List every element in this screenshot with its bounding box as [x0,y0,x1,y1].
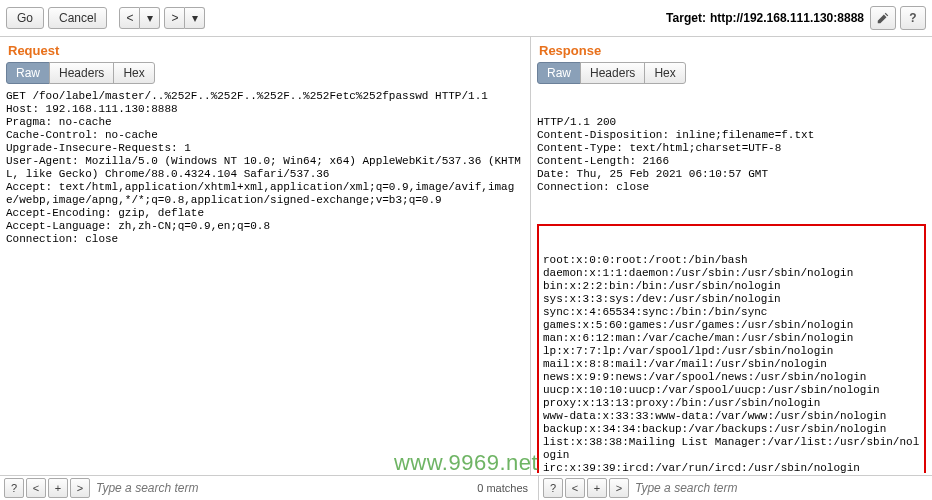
request-raw-content[interactable]: GET /foo/label/master/..%252F..%252F..%2… [6,90,524,473]
response-search-help[interactable]: ? [543,478,563,498]
response-search-add[interactable]: + [587,478,607,498]
response-headers-text: HTTP/1.1 200 Content-Disposition: inline… [537,116,926,194]
request-panel: Request Raw Headers Hex GET /foo/label/m… [0,37,531,475]
request-raw-pane: GET /foo/label/master/..%252F..%252F..%2… [0,88,530,475]
response-search-prev[interactable]: < [565,478,585,498]
response-raw-content[interactable]: HTTP/1.1 200 Content-Disposition: inline… [537,90,926,473]
target-value: http://192.168.111.130:8888 [710,11,864,25]
next-group: > ▾ [164,7,205,29]
request-tabs: Raw Headers Hex [0,62,530,84]
response-search-bar: ? < + > [539,476,932,500]
response-search-next[interactable]: > [609,478,629,498]
response-panel: Response Raw Headers Hex HTTP/1.1 200 Co… [531,37,932,475]
target-label: Target: http://192.168.111.130:8888 [666,11,864,25]
request-tab-headers[interactable]: Headers [49,62,114,84]
request-search-add[interactable]: + [48,478,68,498]
response-raw-pane: HTTP/1.1 200 Content-Disposition: inline… [531,88,932,475]
request-tab-raw[interactable]: Raw [6,62,50,84]
response-tab-raw[interactable]: Raw [537,62,581,84]
response-tab-hex[interactable]: Hex [644,62,685,84]
prev-drop-button[interactable]: ▾ [140,7,160,29]
request-search-prev[interactable]: < [26,478,46,498]
edit-target-button[interactable] [870,6,896,30]
prev-button[interactable]: < [119,7,140,29]
request-search-input[interactable] [92,479,469,497]
target-label-text: Target: [666,11,706,25]
response-title: Response [531,37,932,62]
go-button[interactable]: Go [6,7,44,29]
request-search-bar: ? < + > 0 matches [0,476,539,500]
footer: ? < + > 0 matches ? < + > [0,475,932,500]
response-search-input[interactable] [631,479,928,497]
top-toolbar: Go Cancel < ▾ > ▾ Target: http://192.168… [0,0,932,37]
request-search-next[interactable]: > [70,478,90,498]
request-tab-hex[interactable]: Hex [113,62,154,84]
response-body-box: root:x:0:0:root:/root:/bin/bash daemon:x… [537,224,926,473]
pencil-icon [876,11,890,25]
request-title: Request [0,37,530,62]
question-icon: ? [909,11,916,25]
response-tabs: Raw Headers Hex [531,62,932,84]
help-button[interactable]: ? [900,6,926,30]
next-button[interactable]: > [164,7,185,29]
response-body-text: root:x:0:0:root:/root:/bin/bash daemon:x… [543,254,920,473]
next-drop-button[interactable]: ▾ [185,7,205,29]
request-search-help[interactable]: ? [4,478,24,498]
response-tab-headers[interactable]: Headers [580,62,645,84]
cancel-button[interactable]: Cancel [48,7,107,29]
prev-group: < ▾ [119,7,160,29]
main-columns: Request Raw Headers Hex GET /foo/label/m… [0,37,932,475]
request-match-count: 0 matches [471,482,534,494]
